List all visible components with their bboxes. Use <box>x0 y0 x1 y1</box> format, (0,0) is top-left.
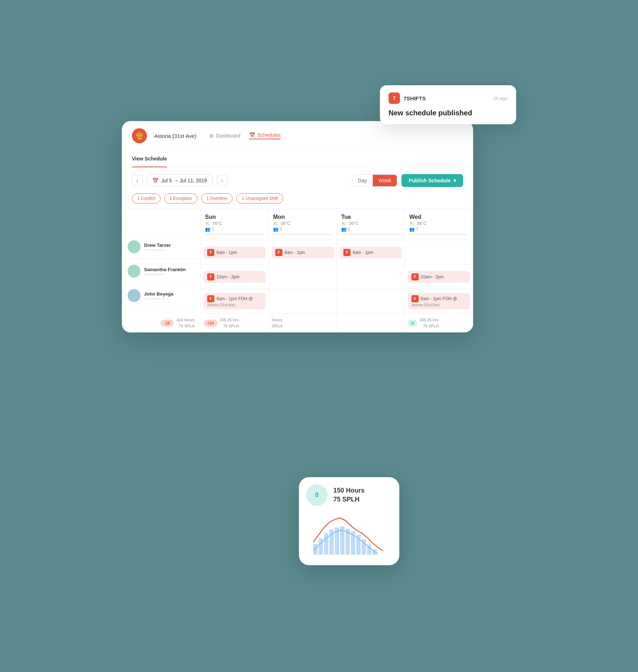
staff-name-john: John Boyega <box>144 291 173 297</box>
role-label: F <box>411 273 419 280</box>
shift-block: F 6am - 1pm FOH @ Astoria (31st Ave) <box>204 293 266 309</box>
shift-location: Astoria (31st Ave) <box>411 303 440 307</box>
staff-role-bar <box>144 249 166 251</box>
overtime-filter[interactable]: 1 Overtime <box>201 193 233 203</box>
shift-samantha-tue[interactable] <box>337 265 405 289</box>
tab-section: View Schedule <box>122 151 473 168</box>
staff-count-sun: 👥 5 <box>205 227 264 232</box>
publish-schedule-button[interactable]: Publish Schedule ▾ <box>401 174 463 187</box>
role-label: F <box>343 249 351 256</box>
footer-hours-5: 166.25 Hrs75 SPLH <box>419 317 439 329</box>
shift-john-mon[interactable] <box>269 289 337 313</box>
filter-row: 1 Conflict 1 Exception 1 Overtime 1 Unas… <box>122 193 473 208</box>
day-header-tue: Tue ⛅ 26°C 👥 6 <box>337 209 405 240</box>
notification-message: New schedule published <box>389 109 508 117</box>
brand-name: 7SHIFTS <box>404 95 426 101</box>
avatar-samantha <box>128 265 141 278</box>
top-navigation: 🍔 Astoria (31st Ave) ⊞ Dashboard 📅 Sched… <box>122 121 473 151</box>
footer-staff-cell: -18 424 Hours75 SPLH <box>122 313 201 332</box>
line-chart <box>306 512 392 558</box>
footer-hours-3: HoursSPLH <box>272 317 282 329</box>
shift-block: F 6am - 1pm FOH @ Astoria (31st Ave) <box>408 293 470 309</box>
unassigned-filter[interactable]: 1 Unassigned Shift <box>236 193 283 203</box>
staff-column: Drew Tarver Samantha Franklin <box>122 209 201 313</box>
day-bar-mon <box>273 234 332 235</box>
next-week-button[interactable]: › <box>217 175 228 186</box>
notification-card: 7 7SHIFTS 2h ago New schedule published <box>380 85 516 124</box>
prev-week-button[interactable]: ‹ <box>132 175 143 186</box>
staff-column-header <box>122 209 200 235</box>
calendar-icon: 📅 <box>152 178 158 183</box>
footer-row: -18 424 Hours75 SPLH +10 166.25 Hrs75 SP… <box>122 313 473 332</box>
shift-time: 6am - 1pm FOH @ <box>216 296 253 301</box>
shift-drew-tue[interactable]: F 6am - 1pm <box>337 240 405 265</box>
shift-time: 6am - 1pm FOH @ <box>421 296 457 301</box>
svg-rect-2 <box>324 533 328 555</box>
role-label: F <box>411 295 419 302</box>
day-header-wed: Wed ⛅ 26°C 👥 7 <box>405 209 473 240</box>
svg-rect-7 <box>351 531 355 555</box>
shift-drew-wed[interactable] <box>405 240 473 265</box>
phone-stats: 0 150 Hours 75 SPLH <box>306 484 392 506</box>
weather-sun: ⛅ 26°C <box>205 221 264 226</box>
shift-samantha-wed[interactable]: F 10am - 2pm <box>405 265 473 289</box>
badge-plus: +10 <box>204 320 218 327</box>
staff-name-samantha: Samantha Franklin <box>144 267 186 272</box>
tab-view-schedule[interactable]: View Schedule <box>132 151 167 167</box>
phone-chart-card: 0 150 Hours 75 SPLH <box>299 477 399 565</box>
day-header-mon: Mon ⛅ 26°C 👥 5 <box>269 209 337 240</box>
footer-tue <box>337 313 405 332</box>
badge-negative: -18 <box>161 320 173 327</box>
staff-count-wed: 👥 7 <box>409 227 468 232</box>
staff-info-drew: Drew Tarver <box>144 243 171 251</box>
svg-rect-0 <box>313 544 318 555</box>
nav-dashboard[interactable]: ⊞ Dashboard <box>209 133 241 139</box>
app-icon: 7 <box>389 92 400 104</box>
staff-info-samantha: Samantha Franklin <box>144 267 186 275</box>
date-range-picker[interactable]: 📅 Jul 5 → Jul 11, 2019 <box>147 174 213 187</box>
nav-items: ⊞ Dashboard 📅 Schedules <box>209 132 281 139</box>
week-view-button[interactable]: Week <box>373 175 397 186</box>
dashboard-icon: ⊞ <box>209 133 214 139</box>
day-bar-wed <box>409 234 468 235</box>
date-range-label: Jul 5 → Jul 11, 2019 <box>161 178 207 183</box>
shift-drew-mon[interactable]: F 6am - 1pm <box>269 240 337 265</box>
weather-wed: ⛅ 26°C <box>409 221 468 226</box>
footer-wed: 0 166.25 Hrs75 SPLH <box>405 313 473 332</box>
staff-row-samantha: Samantha Franklin <box>122 259 200 283</box>
conflict-filter[interactable]: 1 Conflict <box>132 193 161 203</box>
controls-row: ‹ 📅 Jul 5 → Jul 11, 2019 › Day Week Publ… <box>122 168 473 193</box>
shift-drew-sun[interactable]: F 6am - 1pm <box>201 240 269 265</box>
day-view-button[interactable]: Day <box>352 175 373 186</box>
shift-john-sun[interactable]: F 6am - 1pm FOH @ Astoria (31st Ave) <box>201 289 269 313</box>
shift-block: F 6am - 1pm <box>340 247 402 258</box>
footer-sun: +10 166.25 Hrs75 SPLH <box>201 313 269 332</box>
schedule-tabs: View Schedule <box>132 151 463 167</box>
brand-logo: 🍔 <box>132 128 147 143</box>
shift-block: F 10am - 2pm <box>204 271 266 283</box>
shift-samantha-mon[interactable] <box>269 265 337 289</box>
days-grid: Sun ⛅ 26°C 👥 5 Mon ⛅ 26°C 👥 5 <box>201 209 473 313</box>
main-schedule-card: 🍔 Astoria (31st Ave) ⊞ Dashboard 📅 Sched… <box>122 121 473 332</box>
staff-info-john: John Boyega <box>144 291 173 299</box>
staff-name-drew: Drew Tarver <box>144 243 171 248</box>
nav-schedules[interactable]: 📅 Schedules <box>249 132 281 139</box>
shift-top: F 6am - 1pm FOH @ <box>411 295 457 302</box>
calendar-icon: 📅 <box>249 132 255 138</box>
shift-samantha-sun[interactable]: F 10am - 2pm <box>201 265 269 289</box>
main-scene: 7 7SHIFTS 2h ago New schedule published … <box>122 85 516 587</box>
staff-row-drew: Drew Tarver <box>122 235 200 259</box>
brand-info: 7 7SHIFTS <box>389 92 426 104</box>
date-navigation: ‹ 📅 Jul 5 → Jul 11, 2019 › <box>132 174 228 187</box>
staff-count-tue: 👥 6 <box>341 227 400 232</box>
shift-time: 6am - 1pm <box>285 250 305 255</box>
right-controls: Day Week Publish Schedule ▾ <box>352 174 463 187</box>
weather-icon-sun: ⛅ <box>205 221 210 226</box>
shift-john-wed[interactable]: F 6am - 1pm FOH @ Astoria (31st Ave) <box>405 289 473 313</box>
chevron-down-icon: ▾ <box>453 178 456 183</box>
shift-john-tue[interactable] <box>337 289 405 313</box>
exception-filter[interactable]: 1 Exception <box>164 193 197 203</box>
footer-mon: HoursSPLH <box>269 313 337 332</box>
chart-area <box>306 512 392 558</box>
avatar-drew <box>128 240 141 253</box>
